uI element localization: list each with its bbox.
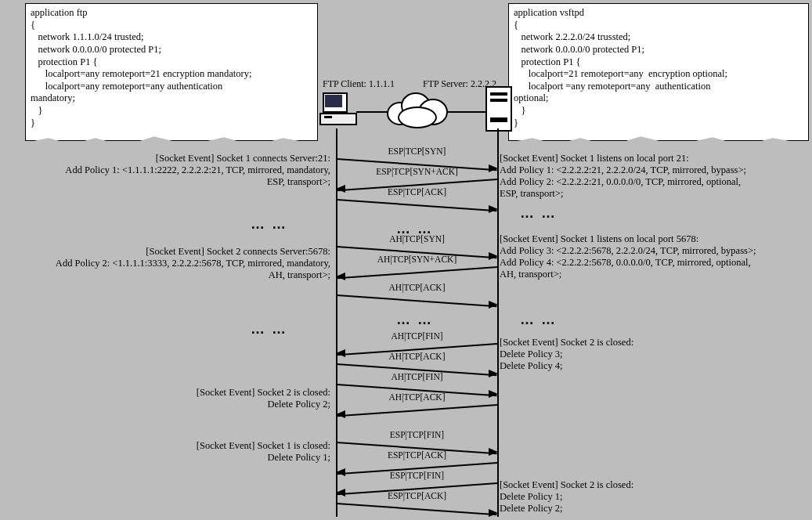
msg-text: ESP|TCP[FIN] — [337, 471, 497, 480]
msg-text: AH|TCP[SYN] — [337, 234, 497, 244]
msg-text: AH|TCP[ACK] — [337, 392, 497, 402]
msg-text: ESP|TCP[FIN] — [337, 430, 497, 439]
dots-icon: … … — [251, 216, 287, 233]
msg-text: AH|TCP[SYN+ACK] — [337, 255, 497, 264]
msg-esp-ack2: ESP|TCP[ACK] — [337, 503, 497, 517]
server-event-3: [Socket Event] Socket 2 is closed: Delet… — [500, 337, 811, 372]
server-lifeline — [497, 128, 499, 517]
msg-text: AH|TCP[ACK] — [337, 283, 497, 292]
client-event-1: [Socket Event] Socket 1 connects Server:… — [0, 153, 330, 188]
dots-icon: … … — [520, 205, 557, 222]
client-event-4: [Socket Event] Socket 1 is closed: Delet… — [0, 440, 330, 464]
server-event-4: [Socket Event] Socket 2 is closed: Delet… — [500, 479, 811, 515]
server-event-1: [Socket Event] Socket 1 listens on local… — [500, 153, 811, 200]
msg-esp-ack: ESP|TCP[ACK] — [337, 199, 497, 213]
dots-icon: … … — [520, 312, 557, 328]
ftp-client-label: FTP Client: 1.1.1.1 — [323, 78, 395, 90]
computer-icon — [319, 92, 354, 127]
msg-text: AH|TCP[FIN] — [337, 372, 497, 381]
msg-ah-ack: AH|TCP[ACK] — [337, 294, 497, 309]
msg-text: AH|TCP[FIN] — [337, 331, 497, 341]
msg-text: ESP|TCP[ACK] — [337, 450, 497, 460]
server-event-2: [Socket Event] Socket 1 listens on local… — [500, 233, 811, 280]
client-event-3: [Socket Event] Socket 2 is closed: Delet… — [0, 387, 330, 410]
msg-text: ESP|TCP[ACK] — [337, 187, 497, 197]
msg-text: AH|TCP[ACK] — [337, 352, 497, 361]
msg-text: ESP|TCP[SYN] — [337, 146, 497, 156]
server-icon — [485, 86, 512, 132]
server-config-box: application vsftpd { network 2.2.2.0/24 … — [508, 3, 809, 141]
msg-ah-ack2: AH|TCP[ACK] — [337, 404, 497, 418]
client-config-box: application ftp { network 1.1.1.0/24 tru… — [25, 3, 318, 141]
dots-icon: … … — [251, 321, 287, 338]
cloud-icon — [387, 91, 449, 125]
msg-text: ESP|TCP[ACK] — [337, 491, 497, 500]
dots-icon: … … — [396, 312, 433, 328]
client-event-2: [Socket Event] Socket 2 connects Server:… — [0, 246, 330, 281]
msg-ah-synack: AH|TCP[SYN+ACK] — [337, 266, 497, 280]
msg-text: ESP|TCP[SYN+ACK] — [337, 167, 497, 176]
